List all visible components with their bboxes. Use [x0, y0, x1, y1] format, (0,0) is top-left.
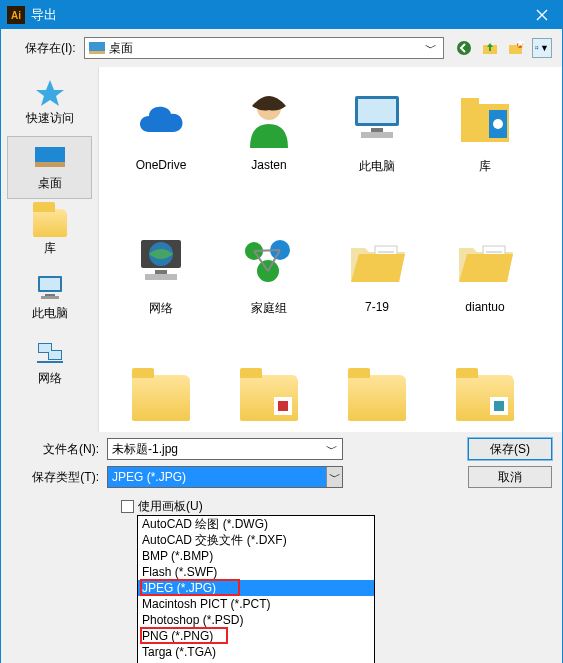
svg-rect-49 — [278, 401, 288, 411]
save-form-area: 文件名(N): 未标题-1.jpg ﹀ 保存(S) 保存类型(T): JPEG … — [1, 432, 562, 663]
desktop-icon — [89, 42, 105, 54]
folder-icon — [456, 375, 514, 421]
svg-rect-22 — [358, 99, 396, 123]
svg-rect-5 — [535, 46, 536, 47]
chevron-down-icon[interactable]: ﹀ — [326, 467, 342, 487]
svg-rect-26 — [461, 98, 479, 106]
cloud-icon — [129, 96, 193, 144]
sidebar-item-library[interactable]: 库 — [7, 201, 92, 264]
folder-icon — [132, 375, 190, 421]
svg-rect-18 — [49, 351, 61, 359]
file-list-area[interactable]: OneDrive Jasten 此电脑 库 网络 — [99, 67, 562, 432]
filetype-dropdown-list[interactable]: AutoCAD 绘图 (*.DWG)AutoCAD 交换文件 (*.DXF)BM… — [137, 515, 375, 663]
file-item-folder-diantuo[interactable]: diantuo — [431, 223, 539, 365]
filename-label: 文件名(N): — [19, 441, 99, 458]
file-item-homegroup[interactable]: 家庭组 — [215, 223, 323, 365]
svg-rect-10 — [35, 162, 65, 167]
filetype-option[interactable]: BMP (*.BMP) — [138, 548, 374, 564]
file-label: OneDrive — [136, 158, 187, 172]
view-grid-icon — [535, 41, 539, 55]
sidebar-item-network[interactable]: 网络 — [7, 331, 92, 394]
use-artboard-checkbox[interactable] — [121, 500, 134, 513]
pc-icon — [347, 92, 407, 148]
file-item-folder[interactable] — [215, 365, 323, 425]
close-button[interactable] — [522, 1, 562, 29]
filetype-option[interactable]: AutoCAD 绘图 (*.DWG) — [138, 516, 374, 532]
sidebar-item-label: 此电脑 — [32, 305, 68, 322]
filetype-option[interactable]: JPEG (*.JPG) — [138, 580, 374, 596]
filetype-option[interactable]: Macintosh PICT (*.PCT) — [138, 596, 374, 612]
view-menu-button[interactable]: ▼ — [532, 38, 552, 58]
sidebar-item-thispc[interactable]: 此电脑 — [7, 266, 92, 329]
filetype-value: JPEG (*.JPG) — [112, 470, 186, 484]
svg-point-28 — [493, 119, 503, 129]
cancel-button[interactable]: 取消 — [468, 466, 552, 488]
svg-text:★: ★ — [515, 40, 525, 50]
filetype-option[interactable]: PNG (*.PNG) — [138, 628, 374, 644]
window-title: 导出 — [31, 6, 522, 24]
filetype-combo[interactable]: JPEG (*.JPG) ﹀ — [107, 466, 343, 488]
sidebar-item-label: 网络 — [38, 370, 62, 387]
app-logo-icon: Ai — [7, 6, 25, 24]
svg-rect-32 — [145, 274, 177, 280]
file-label: 库 — [479, 158, 491, 175]
new-folder-button[interactable]: ★ — [506, 38, 526, 58]
filetype-option[interactable]: Targa (*.TGA) — [138, 644, 374, 660]
location-combo[interactable]: 桌面 ﹀ — [84, 37, 444, 59]
folder-icon — [240, 375, 298, 421]
chevron-down-icon[interactable]: ﹀ — [326, 441, 338, 458]
file-label: 网络 — [149, 300, 173, 317]
file-item-library[interactable]: 库 — [431, 81, 539, 223]
sidebar-item-label: 桌面 — [38, 175, 62, 192]
svg-rect-14 — [41, 296, 59, 299]
new-folder-icon: ★ — [508, 40, 524, 56]
homegroup-icon — [240, 237, 298, 287]
svg-rect-6 — [537, 46, 538, 47]
file-item-folder[interactable] — [431, 365, 539, 425]
file-label: diantuo — [465, 300, 504, 314]
folder-up-icon — [482, 40, 498, 56]
filetype-option[interactable]: Flash (*.SWF) — [138, 564, 374, 580]
library-icon — [455, 94, 515, 146]
folder-icon — [33, 209, 67, 237]
filetype-option[interactable]: Photoshop (*.PSD) — [138, 612, 374, 628]
sidebar-item-label: 快速访问 — [26, 110, 74, 127]
save-in-label: 保存在(I): — [25, 40, 76, 57]
file-item-folder[interactable] — [107, 365, 215, 425]
chevron-down-icon: ﹀ — [423, 40, 439, 57]
sidebar-item-desktop[interactable]: 桌面 — [7, 136, 92, 199]
svg-rect-7 — [535, 48, 536, 49]
svg-point-0 — [457, 41, 471, 55]
location-text: 桌面 — [109, 40, 423, 57]
globe-icon — [131, 234, 191, 290]
svg-rect-8 — [537, 48, 538, 49]
svg-line-36 — [254, 250, 280, 251]
file-label: 家庭组 — [251, 300, 287, 317]
folder-open-icon — [347, 236, 407, 288]
titlebar: Ai 导出 — [1, 1, 562, 29]
up-one-level-button[interactable] — [480, 38, 500, 58]
back-button[interactable] — [454, 38, 474, 58]
filename-input[interactable]: 未标题-1.jpg ﹀ — [107, 438, 343, 460]
file-item-folder[interactable] — [323, 365, 431, 425]
svg-rect-23 — [371, 128, 383, 132]
file-item-user[interactable]: Jasten — [215, 81, 323, 223]
filetype-option[interactable]: AutoCAD 交换文件 (*.DXF) — [138, 532, 374, 548]
save-button[interactable]: 保存(S) — [468, 438, 552, 460]
sidebar-item-quickaccess[interactable]: 快速访问 — [7, 71, 92, 134]
filetype-label: 保存类型(T): — [19, 469, 99, 486]
file-item-onedrive[interactable]: OneDrive — [107, 81, 215, 223]
svg-rect-17 — [39, 344, 51, 352]
chevron-down-icon: ▼ — [540, 43, 549, 53]
file-item-thispc[interactable]: 此电脑 — [323, 81, 431, 223]
network-icon — [35, 340, 65, 366]
file-item-folder-719[interactable]: 7-19 — [323, 223, 431, 365]
file-label: Jasten — [251, 158, 286, 172]
file-item-network[interactable]: 网络 — [107, 223, 215, 365]
svg-rect-31 — [155, 270, 167, 274]
folder-open-icon — [455, 236, 515, 288]
user-icon — [242, 90, 296, 150]
svg-rect-19 — [37, 361, 63, 363]
svg-rect-13 — [45, 294, 55, 296]
svg-rect-12 — [40, 278, 60, 290]
